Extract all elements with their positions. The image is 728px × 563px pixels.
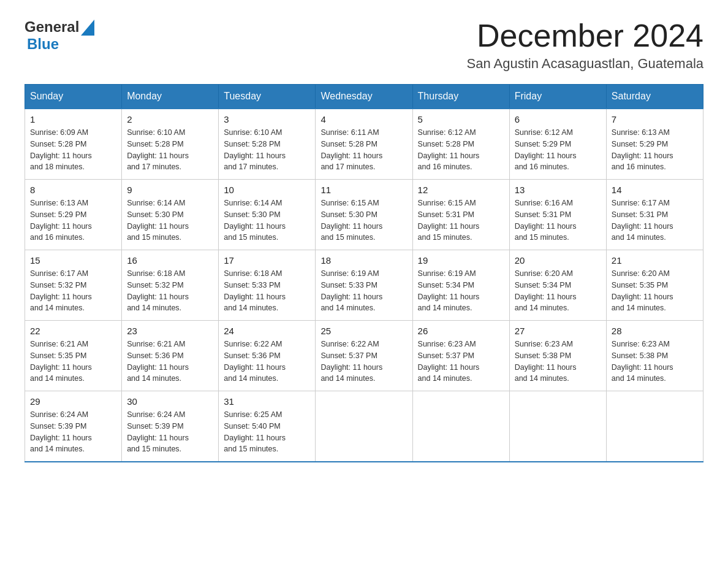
day-number: 11 [320,185,407,195]
calendar-day-cell: 7 Sunrise: 6:13 AM Sunset: 5:29 PM Dayli… [606,109,703,180]
calendar-day-cell: 29 Sunrise: 6:24 AM Sunset: 5:39 PM Dayl… [25,391,122,462]
day-info: Sunrise: 6:10 AM Sunset: 5:28 PM Dayligh… [224,127,310,173]
calendar-day-cell: 8 Sunrise: 6:13 AM Sunset: 5:29 PM Dayli… [25,180,122,250]
calendar-day-cell: 24 Sunrise: 6:22 AM Sunset: 5:36 PM Dayl… [219,321,316,391]
day-info: Sunrise: 6:23 AM Sunset: 5:38 PM Dayligh… [612,339,698,385]
calendar-day-cell: 1 Sunrise: 6:09 AM Sunset: 5:28 PM Dayli… [25,109,122,180]
calendar-day-cell [316,391,412,462]
calendar-day-cell: 23 Sunrise: 6:21 AM Sunset: 5:36 PM Dayl… [122,321,219,391]
day-number: 12 [418,185,504,195]
page-header: General Blue December 2024 San Agustin A… [25,18,703,72]
calendar-day-cell: 10 Sunrise: 6:14 AM Sunset: 5:30 PM Dayl… [219,180,316,250]
day-info: Sunrise: 6:13 AM Sunset: 5:29 PM Dayligh… [30,197,116,243]
day-info: Sunrise: 6:17 AM Sunset: 5:31 PM Dayligh… [612,197,698,243]
day-info: Sunrise: 6:12 AM Sunset: 5:28 PM Dayligh… [418,127,504,173]
day-number: 4 [320,114,407,124]
day-number: 18 [320,255,407,266]
day-number: 25 [320,326,407,336]
day-info: Sunrise: 6:25 AM Sunset: 5:40 PM Dayligh… [224,409,310,455]
calendar-day-cell: 31 Sunrise: 6:25 AM Sunset: 5:40 PM Dayl… [219,391,316,462]
day-info: Sunrise: 6:21 AM Sunset: 5:36 PM Dayligh… [127,339,213,385]
calendar-day-cell: 21 Sunrise: 6:20 AM Sunset: 5:35 PM Dayl… [606,250,703,321]
day-info: Sunrise: 6:11 AM Sunset: 5:28 PM Dayligh… [320,127,407,173]
day-info: Sunrise: 6:22 AM Sunset: 5:37 PM Dayligh… [320,339,407,385]
day-info: Sunrise: 6:20 AM Sunset: 5:35 PM Dayligh… [612,268,698,314]
calendar-day-cell [509,391,606,462]
logo-blue-text: Blue [27,36,59,53]
day-of-week-header: Wednesday [316,85,412,109]
day-of-week-header: Sunday [25,85,122,109]
calendar-day-cell: 27 Sunrise: 6:23 AM Sunset: 5:38 PM Dayl… [509,321,606,391]
day-of-week-header: Thursday [412,85,509,109]
day-info: Sunrise: 6:09 AM Sunset: 5:28 PM Dayligh… [30,127,116,173]
day-number: 14 [612,185,698,195]
day-number: 21 [612,255,698,266]
day-number: 5 [418,114,504,124]
day-number: 30 [127,396,213,407]
location-title: San Agustin Acasaguastlan, Guatemala [467,56,703,72]
day-number: 16 [127,255,213,266]
calendar-day-cell: 20 Sunrise: 6:20 AM Sunset: 5:34 PM Dayl… [509,250,606,321]
calendar-table: SundayMondayTuesdayWednesdayThursdayFrid… [25,84,703,462]
logo-general-text: General [25,18,79,36]
calendar-day-cell: 19 Sunrise: 6:19 AM Sunset: 5:34 PM Dayl… [412,250,509,321]
calendar-day-cell: 5 Sunrise: 6:12 AM Sunset: 5:28 PM Dayli… [412,109,509,180]
day-info: Sunrise: 6:19 AM Sunset: 5:34 PM Dayligh… [418,268,504,314]
day-number: 19 [418,255,504,266]
day-number: 13 [515,185,601,195]
calendar-day-cell: 25 Sunrise: 6:22 AM Sunset: 5:37 PM Dayl… [316,321,412,391]
calendar-week-row: 1 Sunrise: 6:09 AM Sunset: 5:28 PM Dayli… [25,109,703,180]
calendar-day-cell: 11 Sunrise: 6:15 AM Sunset: 5:30 PM Dayl… [316,180,412,250]
day-info: Sunrise: 6:22 AM Sunset: 5:36 PM Dayligh… [224,339,310,385]
day-info: Sunrise: 6:24 AM Sunset: 5:39 PM Dayligh… [127,409,213,455]
calendar-day-cell: 6 Sunrise: 6:12 AM Sunset: 5:29 PM Dayli… [509,109,606,180]
day-number: 3 [224,114,310,124]
days-of-week-row: SundayMondayTuesdayWednesdayThursdayFrid… [25,85,703,109]
day-number: 1 [30,114,116,124]
day-info: Sunrise: 6:14 AM Sunset: 5:30 PM Dayligh… [127,197,213,243]
title-section: December 2024 San Agustin Acasaguastlan,… [467,18,703,72]
day-number: 9 [127,185,213,195]
calendar-day-cell: 14 Sunrise: 6:17 AM Sunset: 5:31 PM Dayl… [606,180,703,250]
day-number: 29 [30,396,116,407]
calendar-day-cell: 17 Sunrise: 6:18 AM Sunset: 5:33 PM Dayl… [219,250,316,321]
day-info: Sunrise: 6:19 AM Sunset: 5:33 PM Dayligh… [320,268,407,314]
day-number: 2 [127,114,213,124]
calendar-day-cell [412,391,509,462]
day-info: Sunrise: 6:24 AM Sunset: 5:39 PM Dayligh… [30,409,116,455]
day-number: 6 [515,114,601,124]
calendar-week-row: 15 Sunrise: 6:17 AM Sunset: 5:32 PM Dayl… [25,250,703,321]
calendar-day-cell: 30 Sunrise: 6:24 AM Sunset: 5:39 PM Dayl… [122,391,219,462]
calendar-day-cell: 26 Sunrise: 6:23 AM Sunset: 5:37 PM Dayl… [412,321,509,391]
calendar-day-cell: 28 Sunrise: 6:23 AM Sunset: 5:38 PM Dayl… [606,321,703,391]
calendar-week-row: 8 Sunrise: 6:13 AM Sunset: 5:29 PM Dayli… [25,180,703,250]
day-info: Sunrise: 6:10 AM Sunset: 5:28 PM Dayligh… [127,127,213,173]
calendar-day-cell: 3 Sunrise: 6:10 AM Sunset: 5:28 PM Dayli… [219,109,316,180]
logo-triangle-icon [81,20,94,36]
calendar-day-cell: 15 Sunrise: 6:17 AM Sunset: 5:32 PM Dayl… [25,250,122,321]
day-number: 15 [30,255,116,266]
day-number: 20 [515,255,601,266]
day-info: Sunrise: 6:14 AM Sunset: 5:30 PM Dayligh… [224,197,310,243]
day-info: Sunrise: 6:18 AM Sunset: 5:32 PM Dayligh… [127,268,213,314]
day-number: 24 [224,326,310,336]
day-info: Sunrise: 6:12 AM Sunset: 5:29 PM Dayligh… [515,127,601,173]
month-title: December 2024 [467,18,703,53]
day-number: 23 [127,326,213,336]
day-of-week-header: Saturday [606,85,703,109]
calendar-body: 1 Sunrise: 6:09 AM Sunset: 5:28 PM Dayli… [25,109,703,462]
calendar-day-cell: 2 Sunrise: 6:10 AM Sunset: 5:28 PM Dayli… [122,109,219,180]
calendar-day-cell [606,391,703,462]
day-number: 22 [30,326,116,336]
day-info: Sunrise: 6:18 AM Sunset: 5:33 PM Dayligh… [224,268,310,314]
svg-marker-0 [81,20,94,36]
day-info: Sunrise: 6:23 AM Sunset: 5:37 PM Dayligh… [418,339,504,385]
day-number: 31 [224,396,310,407]
day-info: Sunrise: 6:17 AM Sunset: 5:32 PM Dayligh… [30,268,116,314]
calendar-day-cell: 13 Sunrise: 6:16 AM Sunset: 5:31 PM Dayl… [509,180,606,250]
day-number: 7 [612,114,698,124]
day-info: Sunrise: 6:16 AM Sunset: 5:31 PM Dayligh… [515,197,601,243]
day-number: 27 [515,326,601,336]
day-number: 10 [224,185,310,195]
day-of-week-header: Tuesday [219,85,316,109]
